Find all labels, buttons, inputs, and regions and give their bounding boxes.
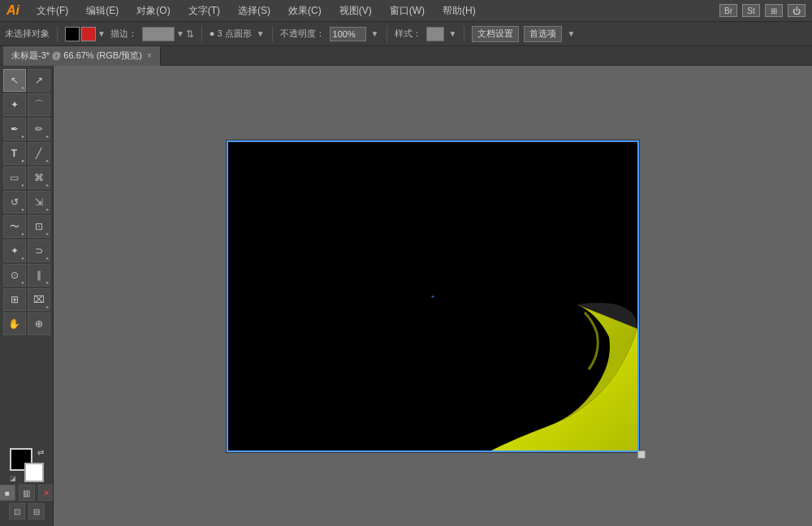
tool-row-7: 〜▸ ⊡▸	[3, 215, 50, 238]
fill-swatch[interactable]	[65, 27, 80, 41]
tool-row-2: ✦ ⌒	[3, 93, 50, 116]
symbol-sprayer-tool[interactable]: ⊙▸	[3, 264, 26, 287]
menu-effect[interactable]: 效果(C)	[284, 2, 326, 19]
opacity-chevron-icon[interactable]: ▼	[371, 29, 379, 38]
line-tool[interactable]: ╱▸	[28, 142, 50, 165]
magic-wand-tool[interactable]: ✦	[3, 93, 26, 116]
stroke-label: 描边：	[110, 28, 137, 40]
menu-edit[interactable]: 编辑(E)	[82, 2, 123, 19]
warp-tool[interactable]: 〜▸	[3, 215, 26, 238]
tool-row-1: ↖▸ ↗	[3, 69, 50, 92]
canvas-crosshair: +	[431, 292, 435, 300]
main-area: ↖▸ ↗ ✦ ⌒ ✒▸ ✏▸ T▸ ╱▸ ▭▸ ⌘▸ ↺▸ ⇲▸ 〜▸ ⊡▸ ✦…	[0, 66, 812, 526]
screen-mode-icon[interactable]: ⊡	[9, 503, 25, 520]
separator-2	[201, 26, 202, 42]
stroke-spinner-icon[interactable]: ⇅	[186, 28, 194, 40]
paintbrush-tool[interactable]: ⌘▸	[28, 166, 50, 189]
lasso-tool[interactable]: ⌒	[28, 93, 50, 116]
scale-tool[interactable]: ⇲▸	[28, 191, 50, 213]
artboard-tool[interactable]: ⊞	[3, 288, 26, 311]
chevron-down-icon[interactable]: ▼	[97, 29, 106, 38]
points-chevron-icon[interactable]: ▼	[257, 29, 265, 38]
hand-tool[interactable]: ✋	[3, 313, 26, 335]
tool-row-6: ↺▸ ⇲▸	[3, 191, 50, 213]
document-tab[interactable]: 未标题-3* @ 66.67% (RGB/预览) ×	[3, 46, 161, 66]
separator-1	[57, 26, 58, 42]
swatch-group: ⇄ ◪	[10, 448, 44, 482]
reset-colors-icon[interactable]: ◪	[10, 475, 16, 482]
tab-close-button[interactable]: ×	[147, 51, 152, 60]
page-curl-graphic	[451, 288, 637, 451]
style-label: 样式：	[395, 28, 421, 40]
pencil-tool[interactable]: ✏▸	[28, 118, 50, 140]
title-bar-right: Br St ⊞ ⏻	[719, 4, 806, 17]
separator-4	[387, 26, 387, 42]
stroke-swatch[interactable]	[81, 27, 96, 41]
solid-color-icon[interactable]: ■	[0, 485, 15, 501]
free-transform-tool[interactable]: ⊡▸	[28, 215, 50, 238]
title-bar: Ai 文件(F) 编辑(E) 对象(O) 文字(T) 选择(S) 效果(C) 视…	[0, 0, 812, 22]
preferences-button[interactable]: 首选项	[524, 26, 562, 42]
type-tool[interactable]: T▸	[3, 142, 26, 165]
view-mode-row: ⊡ ⊟	[9, 503, 45, 520]
no-selection-label: 未选择对象	[5, 28, 50, 40]
rotate-tool[interactable]: ↺▸	[3, 191, 26, 213]
artboard: +	[227, 140, 639, 452]
foreground-color-swatch[interactable]	[24, 463, 44, 482]
menu-object[interactable]: 对象(O)	[132, 2, 174, 19]
tool-row-5: ▭▸ ⌘▸	[3, 166, 50, 189]
none-icon[interactable]: ✕	[38, 485, 54, 501]
zoom-tool[interactable]: ⊕	[28, 313, 50, 335]
tool-row-8: ✦▸ ⊃▸	[3, 239, 50, 262]
opacity-input[interactable]	[330, 27, 366, 41]
menu-view[interactable]: 视图(V)	[335, 2, 376, 19]
points-label: ● 3 点圆形	[209, 28, 252, 40]
direct-selection-tool[interactable]: ↗	[28, 69, 50, 92]
bridge-icon[interactable]: Br	[719, 4, 737, 17]
selection-tool[interactable]: ↖▸	[3, 69, 26, 92]
grid-icon[interactable]: ⊞	[765, 4, 783, 17]
doc-settings-button[interactable]: 文档设置	[472, 26, 519, 42]
options-bar: 未选择对象 ▼ 描边： ▼ ⇅ ● 3 点圆形 ▼ 不透明度： ▼ 样式： ▼ …	[0, 22, 812, 46]
style-chevron-icon[interactable]: ▼	[449, 29, 457, 38]
opacity-label: 不透明度：	[280, 28, 325, 40]
menu-help[interactable]: 帮助(H)	[438, 2, 480, 19]
power-icon[interactable]: ⏻	[788, 4, 806, 17]
menu-select[interactable]: 选择(S)	[234, 2, 274, 19]
pen-tool[interactable]: ✒▸	[3, 118, 26, 140]
swap-colors-icon[interactable]: ⇄	[37, 448, 44, 457]
menu-file[interactable]: 文件(F)	[32, 2, 72, 19]
separator-3	[272, 26, 273, 42]
color-mode-row: ■ ▥ ✕	[0, 485, 54, 501]
stock-icon[interactable]: St	[742, 4, 760, 17]
separator-5	[464, 26, 464, 42]
tool-row-3: ✒▸ ✏▸	[3, 118, 50, 140]
tool-row-10: ⊞ ⌧▸	[3, 288, 50, 311]
tool-row-4: T▸ ╱▸	[3, 142, 50, 165]
resize-handle[interactable]	[637, 451, 646, 459]
blend-tool[interactable]: ⊃▸	[28, 239, 50, 262]
tab-title: 未标题-3* @ 66.67% (RGB/预览)	[11, 50, 142, 62]
canvas-area: +	[54, 66, 812, 526]
column-graph-tool[interactable]: ∥▸	[28, 264, 50, 287]
rectangle-tool[interactable]: ▭▸	[3, 166, 26, 189]
toolbar: ↖▸ ↗ ✦ ⌒ ✒▸ ✏▸ T▸ ╱▸ ▭▸ ⌘▸ ↺▸ ⇲▸ 〜▸ ⊡▸ ✦…	[0, 66, 54, 526]
eyedropper-tool[interactable]: ✦▸	[3, 239, 26, 262]
app-logo: Ai	[6, 3, 19, 18]
tab-bar: 未标题-3* @ 66.67% (RGB/预览) ×	[0, 46, 812, 66]
menu-text[interactable]: 文字(T)	[184, 2, 224, 19]
color-area: ⇄ ◪ ■ ▥ ✕ ⊡ ⊟	[0, 445, 54, 523]
tool-row-9: ⊙▸ ∥▸	[3, 264, 50, 287]
slice-tool[interactable]: ⌧▸	[28, 288, 50, 311]
menu-window[interactable]: 窗口(W)	[386, 2, 429, 19]
preferences-chevron-icon[interactable]: ▼	[567, 29, 575, 38]
stroke-chevron-icon[interactable]: ▼	[176, 29, 184, 38]
gradient-icon[interactable]: ▥	[19, 485, 35, 501]
tool-row-11: ✋ ⊕	[3, 313, 50, 335]
full-screen-icon[interactable]: ⊟	[28, 503, 45, 520]
